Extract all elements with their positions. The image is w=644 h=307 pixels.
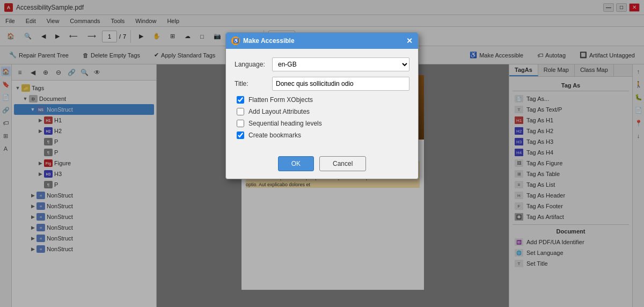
flatten-checkbox-row: Flatten Form XObjects [235, 96, 409, 104]
layout-checkbox[interactable] [237, 108, 244, 115]
modal-title-text: Make Accessible [243, 37, 295, 45]
layout-label: Add Layout Attributes [248, 108, 310, 115]
modal-body: Language: en-GB en-US fr-FR de-DE Title:… [226, 49, 418, 152]
sequential-checkbox-row: Sequential heading levels [235, 120, 409, 127]
modal-overlay: ♿ Make Accessible ✕ Language: en-GB en-U… [0, 0, 644, 307]
make-accessible-modal: ♿ Make Accessible ✕ Language: en-GB en-U… [225, 32, 419, 179]
modal-language-row: Language: en-GB en-US fr-FR de-DE [235, 57, 409, 71]
modal-footer: OK Cancel [226, 152, 418, 179]
modal-icon: ♿ [231, 36, 240, 45]
sequential-checkbox[interactable] [237, 120, 244, 127]
bookmarks-label: Create bookmarks [248, 131, 301, 139]
modal-title-left: ♿ Make Accessible [231, 36, 295, 45]
layout-checkbox-row: Add Layout Attributes [235, 108, 409, 115]
title-input[interactable] [272, 77, 409, 91]
language-select[interactable]: en-GB en-US fr-FR de-DE [272, 57, 409, 71]
modal-title-row: Title: [235, 77, 409, 91]
modal-close-button[interactable]: ✕ [406, 36, 413, 45]
sequential-label: Sequential heading levels [248, 120, 322, 127]
modal-titlebar: ♿ Make Accessible ✕ [226, 33, 418, 49]
flatten-checkbox[interactable] [237, 96, 244, 104]
ok-button[interactable]: OK [278, 156, 314, 171]
language-label: Language: [235, 61, 267, 68]
cancel-button[interactable]: Cancel [319, 156, 366, 171]
flatten-label: Flatten Form XObjects [248, 96, 313, 104]
title-field-label: Title: [235, 80, 267, 87]
bookmarks-checkbox-row: Create bookmarks [235, 131, 409, 139]
bookmarks-checkbox[interactable] [237, 131, 244, 139]
